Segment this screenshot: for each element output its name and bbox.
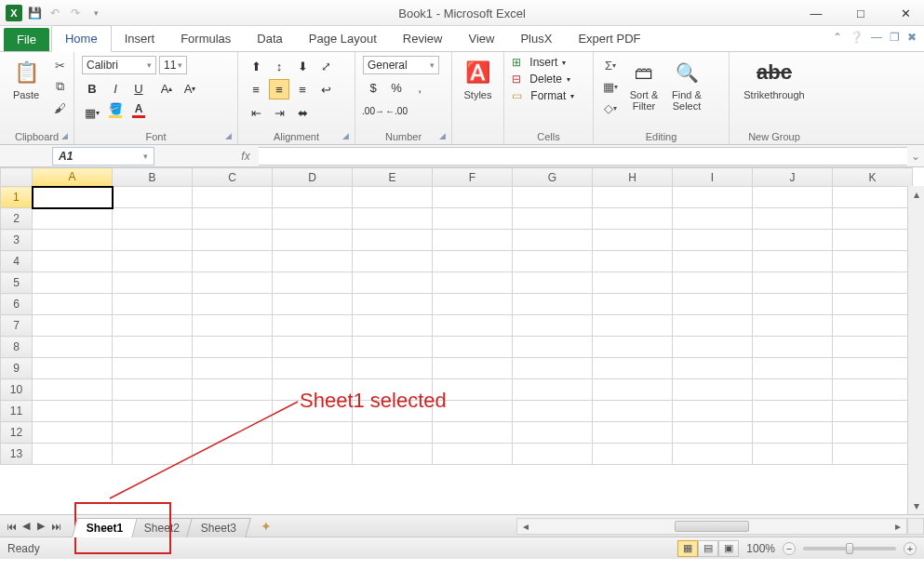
minimize-ribbon-icon[interactable]: ⌃ (833, 31, 842, 44)
cell[interactable] (593, 272, 673, 294)
scroll-down-icon[interactable]: ▾ (908, 497, 924, 514)
cell[interactable] (193, 208, 273, 230)
cell[interactable] (753, 422, 833, 444)
row-header[interactable]: 1 (1, 187, 33, 208)
cell[interactable] (193, 401, 273, 422)
cell[interactable] (193, 272, 273, 294)
cell[interactable] (273, 337, 353, 358)
merge-center-icon[interactable]: ⬌ (292, 102, 313, 123)
cell[interactable] (33, 315, 113, 337)
cell[interactable] (593, 401, 673, 422)
cell[interactable] (513, 251, 593, 272)
paste-button[interactable]: 📋 Paste (7, 56, 45, 102)
row-header[interactable]: 5 (1, 272, 33, 294)
strikethrough-button[interactable]: abc Strikethrough (740, 56, 808, 102)
close-button[interactable]: ✕ (892, 4, 918, 22)
tab-nav-prev-icon[interactable]: ◀ (19, 518, 33, 535)
zoom-slider[interactable] (803, 547, 896, 550)
cell[interactable] (113, 444, 193, 465)
cell[interactable] (513, 358, 593, 379)
cell[interactable] (513, 379, 593, 401)
orientation-icon[interactable]: ⤢ (315, 56, 336, 76)
zoom-value[interactable]: 100% (746, 542, 775, 555)
tab-page-layout[interactable]: Page Layout (296, 26, 390, 51)
clipboard-launcher-icon[interactable]: ◢ (61, 131, 68, 140)
cell[interactable] (753, 230, 833, 251)
cell[interactable] (353, 444, 433, 465)
align-left-icon[interactable]: ≡ (246, 79, 266, 99)
percent-format-icon[interactable]: % (386, 77, 407, 98)
cell[interactable] (753, 444, 833, 465)
cell[interactable] (433, 230, 513, 251)
cell[interactable] (673, 230, 753, 251)
tab-data[interactable]: Data (244, 26, 295, 51)
underline-button[interactable]: U (128, 78, 149, 99)
column-header[interactable]: H (593, 168, 673, 187)
cell[interactable] (673, 444, 753, 465)
cell[interactable] (673, 422, 753, 444)
cell[interactable] (193, 315, 273, 337)
cell[interactable] (513, 337, 593, 358)
cell[interactable] (353, 294, 433, 315)
cell[interactable] (513, 208, 593, 230)
cell[interactable] (513, 315, 593, 337)
accounting-format-icon[interactable]: $ (363, 77, 383, 98)
cell[interactable] (593, 444, 673, 465)
align-right-icon[interactable]: ≡ (292, 79, 313, 99)
view-page-break-icon[interactable]: ▣ (718, 540, 739, 557)
cell[interactable] (353, 315, 433, 337)
cell[interactable] (113, 337, 193, 358)
cell[interactable] (833, 444, 913, 465)
new-sheet-icon[interactable]: ✦ (255, 518, 277, 535)
cell[interactable] (673, 315, 753, 337)
cell[interactable] (833, 208, 913, 230)
cell[interactable] (753, 379, 833, 401)
cell[interactable] (673, 337, 753, 358)
cell[interactable] (273, 444, 353, 465)
cell[interactable] (193, 294, 273, 315)
font-size-select[interactable]: 11▾ (159, 56, 187, 74)
tab-review[interactable]: Review (390, 26, 456, 51)
cell[interactable] (353, 422, 433, 444)
cell[interactable] (753, 337, 833, 358)
cell[interactable] (113, 315, 193, 337)
formula-expand-icon[interactable]: ⌄ (907, 150, 924, 163)
row-header[interactable]: 13 (1, 444, 33, 465)
cell[interactable] (833, 187, 913, 208)
column-header[interactable]: G (513, 168, 593, 187)
undo-icon[interactable]: ↶ (47, 5, 63, 21)
row-header[interactable]: 4 (1, 251, 33, 272)
sort-filter-button[interactable]: 🗃 Sort & Filter (625, 56, 663, 113)
zoom-slider-handle[interactable] (846, 543, 853, 554)
cell[interactable] (673, 251, 753, 272)
cell[interactable] (753, 251, 833, 272)
cell[interactable] (593, 294, 673, 315)
align-top-icon[interactable]: ⬆ (246, 56, 266, 76)
cell[interactable] (833, 272, 913, 294)
format-cells-button[interactable]: ▭ Format▾ (512, 89, 574, 102)
cell[interactable] (193, 337, 273, 358)
cell[interactable] (673, 358, 753, 379)
font-color-button[interactable]: A (128, 102, 149, 123)
find-select-button[interactable]: 🔍 Find & Select (668, 56, 705, 113)
cell[interactable] (753, 358, 833, 379)
tab-formulas[interactable]: Formulas (167, 26, 244, 51)
alignment-launcher-icon[interactable]: ◢ (342, 131, 349, 140)
cell[interactable] (113, 272, 193, 294)
insert-cells-button[interactable]: ⊞ Insert▾ (512, 56, 566, 69)
cell[interactable] (673, 294, 753, 315)
cell[interactable] (833, 358, 913, 379)
tab-plusx[interactable]: PlusX (507, 26, 565, 51)
cell[interactable] (673, 401, 753, 422)
cell[interactable] (113, 187, 193, 208)
tab-insert[interactable]: Insert (112, 26, 168, 51)
decrease-indent-icon[interactable]: ⇤ (246, 102, 266, 123)
qat-customize-icon[interactable]: ▾ (87, 5, 104, 21)
cell[interactable] (113, 422, 193, 444)
cell[interactable] (193, 379, 273, 401)
cell[interactable] (513, 230, 593, 251)
cell[interactable] (433, 187, 513, 208)
cell[interactable] (273, 422, 353, 444)
cell[interactable] (353, 230, 433, 251)
cell[interactable] (513, 422, 593, 444)
